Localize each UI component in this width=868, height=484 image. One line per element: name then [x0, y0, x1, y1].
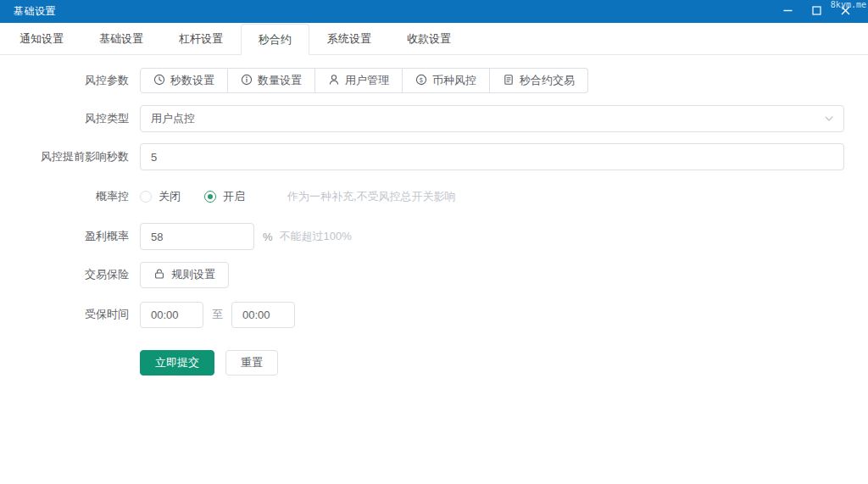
row-trade-insurance: 交易保险 规则设置 [0, 261, 868, 288]
row-actions: 立即提交 重置 [0, 350, 868, 376]
risk-type-select[interactable]: 用户点控 [140, 105, 844, 132]
radio-circle-icon [140, 191, 152, 203]
profit-probability-hint: 不能超过100% [280, 229, 352, 244]
percent-unit: % [263, 231, 273, 243]
advance-seconds-label: 风控提前影响秒数 [0, 143, 140, 170]
trade-insurance-label: 交易保险 [0, 261, 140, 288]
radio-off-label: 关闭 [159, 189, 181, 204]
tab-label: 基础设置 [99, 31, 143, 47]
window-controls [773, 0, 860, 23]
tab-leverage-settings[interactable]: 杠杆设置 [161, 23, 241, 54]
row-insured-time: 受保时间 至 [0, 301, 868, 328]
close-icon [841, 5, 850, 18]
second-contract-trade-button[interactable]: 秒合约交易 [490, 68, 588, 93]
risk-params-label: 风控参数 [0, 67, 140, 94]
second-contract-form: 风控参数 秒数设置 数量设置 [0, 55, 868, 376]
insured-time-label: 受保时间 [0, 301, 140, 328]
currency-risk-button[interactable]: $ 币种风控 [403, 68, 490, 93]
tab-label: 通知设置 [19, 31, 64, 47]
row-risk-params: 风控参数 秒数设置 数量设置 [0, 67, 868, 94]
reset-button[interactable]: 重置 [225, 350, 278, 376]
radio-on-label: 开启 [223, 189, 245, 204]
document-icon [503, 74, 515, 88]
tab-label: 收款设置 [407, 31, 451, 47]
time-range-separator: 至 [212, 307, 223, 322]
button-label: 用户管理 [345, 73, 389, 88]
tab-basic-settings[interactable]: 基础设置 [81, 23, 161, 54]
button-label: 秒数设置 [170, 73, 214, 88]
risk-params-button-group: 秒数设置 数量设置 用户管理 [140, 68, 588, 93]
insured-time-from-input[interactable] [140, 302, 203, 328]
insured-time-to-input[interactable] [231, 302, 295, 328]
button-label: 数量设置 [258, 73, 302, 88]
info-icon [241, 74, 253, 88]
dollar-icon: $ [415, 74, 427, 88]
tab-payment-settings[interactable]: 收款设置 [389, 23, 469, 54]
settings-tabbar: 通知设置 基础设置 杠杆设置 秒合约 系统设置 收款设置 [0, 23, 868, 55]
rule-settings-button[interactable]: 规则设置 [140, 262, 229, 288]
seconds-settings-button[interactable]: 秒数设置 [140, 68, 228, 93]
minimize-button[interactable] [773, 0, 802, 23]
risk-type-label: 风控类型 [0, 105, 140, 132]
tab-label: 秒合约 [259, 32, 292, 47]
window-title: 基础设置 [14, 4, 56, 19]
radio-off[interactable]: 关闭 [140, 189, 181, 204]
radio-on[interactable]: 开启 [204, 189, 245, 204]
tab-notification-settings[interactable]: 通知设置 [2, 23, 81, 54]
tab-second-contract[interactable]: 秒合约 [241, 24, 309, 55]
window-titlebar: 基础设置 8kym.me [0, 0, 868, 23]
advance-seconds-input[interactable] [140, 143, 844, 170]
minimize-icon [783, 5, 793, 18]
close-button[interactable] [831, 0, 860, 23]
user-management-button[interactable]: 用户管理 [315, 68, 403, 93]
button-label: 币种风控 [432, 73, 476, 88]
maximize-icon [812, 5, 821, 18]
submit-button[interactable]: 立即提交 [140, 350, 214, 376]
row-probability-control: 概率控 关闭 开启 作为一种补充,不受风控总开关影响 [0, 183, 868, 210]
user-icon [328, 74, 340, 88]
row-profit-probability: 盈利概率 % 不能超过100% [0, 223, 868, 250]
row-risk-type: 风控类型 用户点控 [0, 105, 868, 132]
radio-circle-icon [204, 191, 216, 203]
clock-icon [153, 74, 165, 88]
row-advance-seconds: 风控提前影响秒数 [0, 143, 868, 170]
lock-icon [153, 268, 165, 282]
probability-control-hint: 作为一种补充,不受风控总开关影响 [287, 189, 456, 204]
risk-type-value: 用户点控 [151, 111, 195, 126]
probability-control-label: 概率控 [0, 183, 140, 210]
tab-label: 系统设置 [327, 31, 371, 47]
tab-label: 杠杆设置 [179, 31, 223, 47]
rule-settings-label: 规则设置 [171, 267, 215, 282]
maximize-button[interactable] [802, 0, 831, 23]
profit-probability-label: 盈利概率 [0, 223, 140, 250]
svg-text:$: $ [420, 75, 424, 83]
button-label: 秒合约交易 [520, 73, 575, 88]
profit-probability-input[interactable] [140, 223, 254, 250]
quantity-settings-button[interactable]: 数量设置 [228, 68, 315, 93]
tab-system-settings[interactable]: 系统设置 [309, 23, 389, 54]
chevron-down-icon [825, 116, 833, 121]
